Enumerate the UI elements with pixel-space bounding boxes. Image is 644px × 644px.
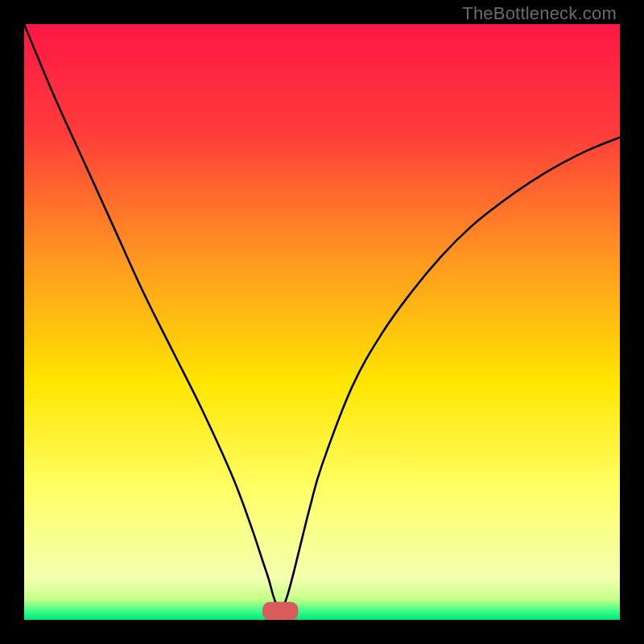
chart-frame: TheBottleneck.com (0, 0, 644, 644)
chart-background-gradient (24, 24, 620, 620)
bottleneck-marker (262, 602, 298, 620)
watermark-text: TheBottleneck.com (462, 3, 617, 24)
plot-area (24, 24, 620, 620)
chart-svg (24, 24, 620, 620)
